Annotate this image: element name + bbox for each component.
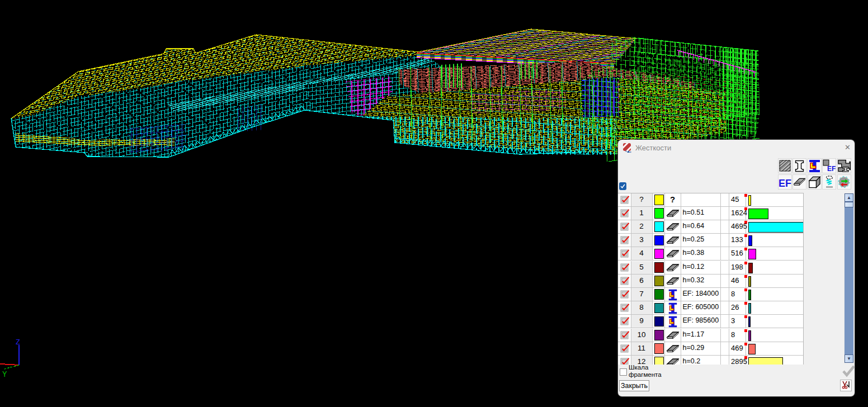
svg-text:Y: Y (2, 370, 7, 379)
svg-text:EF: EF (779, 177, 791, 188)
svg-text:EF: EF (827, 165, 836, 172)
svg-text:Z: Z (16, 338, 20, 347)
